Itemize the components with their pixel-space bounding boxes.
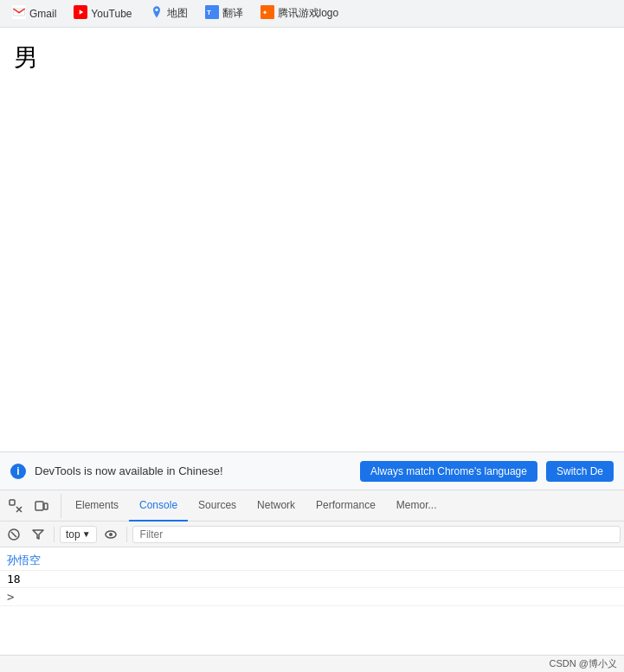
svg-point-15 bbox=[109, 533, 113, 536]
tab-performance[interactable]: Performance bbox=[306, 490, 386, 522]
console-prompt-symbol: > bbox=[7, 590, 14, 604]
context-dropdown-icon: ▼ bbox=[82, 529, 91, 539]
page-content-area: 男 bbox=[0, 28, 624, 451]
filter-button[interactable] bbox=[28, 524, 48, 545]
device-toolbar-button[interactable] bbox=[29, 494, 54, 518]
translate-icon: T bbox=[205, 5, 219, 22]
inspect-element-button[interactable] bbox=[3, 494, 28, 518]
bookmark-gmail[interactable]: Gmail bbox=[7, 3, 61, 23]
console-line-2: 18 bbox=[0, 571, 624, 588]
maps-label: 地图 bbox=[167, 6, 188, 21]
svg-rect-10 bbox=[35, 502, 43, 510]
devtools-console-toolbar: top ▼ bbox=[0, 522, 624, 547]
bookmark-maps[interactable]: 地图 bbox=[145, 3, 193, 23]
devtools-notification-bar: i DevTools is now available in Chinese! … bbox=[0, 451, 624, 490]
youtube-label: YouTube bbox=[91, 8, 132, 20]
svg-rect-11 bbox=[44, 503, 48, 509]
tab-elements[interactable]: Elements bbox=[65, 490, 129, 522]
bookmark-tencent[interactable]: ✦ 腾讯游戏logo bbox=[255, 3, 344, 23]
bookmarks-bar: Gmail YouTube 地图 T 翻译 ✦ 腾讯游戏logo bbox=[0, 0, 624, 28]
filter-input[interactable] bbox=[132, 526, 621, 543]
svg-text:✦: ✦ bbox=[262, 10, 267, 16]
youtube-icon bbox=[74, 5, 87, 22]
bookmark-youtube[interactable]: YouTube bbox=[68, 3, 137, 23]
svg-text:T: T bbox=[207, 9, 211, 16]
tencent-label: 腾讯游戏logo bbox=[278, 6, 339, 21]
svg-line-13 bbox=[11, 532, 16, 537]
devtools-icon-buttons bbox=[3, 494, 61, 518]
svg-rect-9 bbox=[10, 500, 15, 505]
clear-console-button[interactable] bbox=[3, 524, 24, 545]
console-output-sunwukong: 孙悟空 bbox=[7, 553, 41, 568]
svg-point-4 bbox=[155, 9, 158, 11]
tab-sources[interactable]: Sources bbox=[188, 490, 247, 522]
switch-devtools-button[interactable]: Switch De bbox=[546, 461, 614, 482]
tab-memory[interactable]: Memor... bbox=[386, 490, 447, 522]
tab-console[interactable]: Console bbox=[129, 490, 188, 522]
bookmark-translate[interactable]: T 翻译 bbox=[200, 3, 248, 23]
console-output-18: 18 bbox=[7, 573, 21, 586]
gmail-icon bbox=[12, 5, 26, 22]
tab-network[interactable]: Network bbox=[247, 490, 306, 522]
devtools-console-output: 孙悟空 18 > bbox=[0, 547, 624, 672]
notification-message: DevTools is now available in Chinese! bbox=[35, 464, 351, 477]
bottom-bar-text: CSDN @博小义 bbox=[550, 657, 617, 670]
bottom-status-bar: CSDN @博小义 bbox=[0, 655, 624, 672]
info-icon: i bbox=[10, 464, 26, 479]
console-prompt-line[interactable]: > bbox=[0, 588, 624, 606]
page-main-text: 男 bbox=[14, 44, 38, 71]
console-line-1: 孙悟空 bbox=[0, 551, 624, 571]
eye-button[interactable] bbox=[100, 524, 121, 545]
context-value: top bbox=[66, 528, 80, 541]
gmail-label: Gmail bbox=[29, 8, 56, 20]
devtools-tabs-bar: Elements Console Sources Network Perform… bbox=[0, 490, 624, 522]
context-selector[interactable]: top ▼ bbox=[60, 526, 97, 543]
devtools-panel: Elements Console Sources Network Perform… bbox=[0, 490, 624, 671]
toolbar-divider-1 bbox=[54, 527, 55, 542]
toolbar-divider-2 bbox=[126, 527, 127, 542]
translate-label: 翻译 bbox=[222, 6, 243, 21]
match-language-button[interactable]: Always match Chrome's language bbox=[360, 461, 537, 482]
tencent-icon: ✦ bbox=[261, 5, 274, 22]
maps-icon bbox=[150, 5, 164, 22]
